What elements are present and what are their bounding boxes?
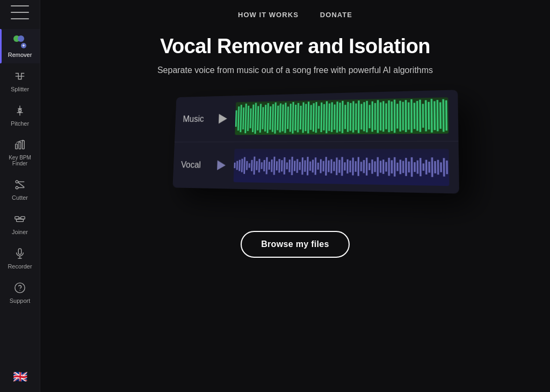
svg-rect-162 bbox=[390, 160, 392, 173]
sidebar-item-label: Splitter bbox=[11, 86, 29, 92]
svg-rect-145 bbox=[344, 162, 345, 170]
svg-rect-140 bbox=[330, 159, 332, 173]
svg-rect-104 bbox=[238, 160, 240, 171]
main-content: HOW IT WORKS DONATE Vocal Remover and Is… bbox=[40, 0, 550, 392]
svg-rect-87 bbox=[404, 100, 406, 132]
browse-files-button[interactable]: Browse my files bbox=[241, 231, 350, 258]
sidebar-item-splitter[interactable]: Splitter bbox=[0, 63, 40, 98]
svg-rect-92 bbox=[419, 100, 421, 132]
svg-rect-96 bbox=[430, 99, 432, 133]
sidebar: + Remover Splitter Pitcher bbox=[0, 0, 40, 392]
sidebar-item-support[interactable]: Support bbox=[0, 275, 40, 309]
svg-rect-7 bbox=[23, 141, 25, 149]
svg-rect-169 bbox=[410, 157, 412, 177]
svg-rect-156 bbox=[374, 161, 375, 172]
svg-rect-73 bbox=[366, 101, 367, 133]
hero-section: Vocal Remover and Isolation Separate voi… bbox=[40, 24, 550, 258]
sidebar-item-pitcher[interactable]: Pitcher bbox=[0, 98, 40, 132]
svg-rect-144 bbox=[341, 157, 343, 176]
svg-rect-136 bbox=[320, 159, 321, 173]
svg-rect-174 bbox=[425, 160, 426, 175]
sidebar-item-keybpm[interactable]: Key BPM Finder bbox=[0, 132, 40, 172]
svg-rect-152 bbox=[363, 160, 364, 173]
waveform-visualization: Music bbox=[153, 91, 438, 204]
play-icon bbox=[217, 160, 226, 170]
svg-rect-133 bbox=[312, 159, 313, 172]
svg-rect-170 bbox=[414, 162, 415, 172]
sidebar-item-label: Key BPM Finder bbox=[3, 155, 37, 166]
svg-rect-68 bbox=[352, 101, 354, 132]
svg-rect-149 bbox=[354, 161, 356, 172]
svg-point-21 bbox=[19, 290, 20, 291]
svg-rect-180 bbox=[443, 158, 445, 176]
sidebar-item-joiner[interactable]: Joiner bbox=[0, 206, 40, 241]
svg-rect-178 bbox=[437, 160, 439, 175]
svg-rect-81 bbox=[388, 100, 389, 132]
svg-rect-16 bbox=[17, 219, 24, 222]
svg-rect-83 bbox=[393, 100, 395, 133]
svg-rect-53 bbox=[312, 103, 314, 132]
svg-rect-153 bbox=[366, 158, 367, 176]
svg-rect-72 bbox=[363, 102, 365, 131]
vocal-track-row: Vocal bbox=[172, 142, 459, 194]
svg-rect-168 bbox=[408, 162, 409, 172]
svg-rect-38 bbox=[274, 103, 276, 134]
sidebar-item-label: Support bbox=[10, 297, 31, 304]
svg-rect-54 bbox=[315, 102, 317, 133]
svg-rect-161 bbox=[388, 158, 389, 176]
sidebar-item-label: Recorder bbox=[8, 263, 32, 270]
hero-title: Vocal Remover and Isolation bbox=[160, 35, 430, 58]
svg-rect-70 bbox=[358, 100, 359, 133]
nav-how-it-works[interactable]: HOW IT WORKS bbox=[238, 11, 299, 19]
svg-rect-49 bbox=[302, 103, 304, 133]
svg-rect-99 bbox=[439, 102, 442, 128]
svg-rect-159 bbox=[382, 159, 384, 174]
sidebar-item-recorder[interactable]: Recorder bbox=[0, 241, 40, 275]
svg-rect-78 bbox=[380, 103, 381, 130]
svg-rect-36 bbox=[269, 106, 271, 130]
nav-donate[interactable]: DONATE bbox=[320, 11, 352, 19]
joiner-icon bbox=[12, 212, 27, 227]
svg-rect-43 bbox=[287, 106, 289, 129]
svg-rect-138 bbox=[325, 157, 327, 176]
svg-rect-101 bbox=[445, 100, 447, 130]
menu-icon[interactable] bbox=[11, 5, 29, 19]
svg-rect-66 bbox=[346, 102, 348, 132]
svg-rect-28 bbox=[249, 108, 251, 128]
svg-rect-40 bbox=[279, 104, 281, 133]
svg-rect-27 bbox=[247, 106, 249, 131]
svg-rect-155 bbox=[371, 159, 373, 174]
svg-rect-58 bbox=[325, 101, 328, 133]
cutter-icon bbox=[12, 177, 27, 192]
svg-rect-82 bbox=[390, 101, 392, 131]
sidebar-item-remover[interactable]: + Remover bbox=[0, 29, 40, 63]
svg-rect-52 bbox=[310, 105, 312, 130]
vocal-play-button[interactable] bbox=[214, 157, 229, 173]
svg-rect-164 bbox=[396, 163, 398, 171]
svg-rect-97 bbox=[433, 101, 436, 130]
music-play-button[interactable] bbox=[215, 111, 230, 127]
svg-rect-59 bbox=[328, 104, 330, 131]
language-selector[interactable]: 🇬🇧 bbox=[13, 370, 27, 384]
svg-rect-63 bbox=[339, 103, 341, 132]
svg-rect-46 bbox=[294, 105, 296, 130]
svg-rect-41 bbox=[281, 104, 284, 131]
sidebar-item-label: Pitcher bbox=[11, 120, 29, 127]
svg-rect-179 bbox=[440, 162, 442, 172]
svg-rect-113 bbox=[260, 162, 262, 169]
svg-rect-122 bbox=[283, 157, 285, 175]
svg-rect-105 bbox=[241, 159, 242, 172]
svg-rect-128 bbox=[299, 162, 300, 170]
svg-rect-62 bbox=[336, 101, 338, 133]
svg-rect-64 bbox=[341, 101, 343, 133]
sidebar-item-cutter[interactable]: Cutter bbox=[0, 172, 40, 206]
svg-rect-26 bbox=[244, 104, 247, 133]
svg-rect-94 bbox=[425, 100, 427, 132]
svg-rect-157 bbox=[377, 157, 378, 177]
recorder-icon bbox=[12, 246, 27, 261]
svg-rect-76 bbox=[374, 103, 375, 130]
svg-rect-56 bbox=[320, 103, 322, 132]
svg-rect-100 bbox=[442, 99, 444, 132]
svg-rect-107 bbox=[246, 161, 248, 170]
svg-rect-176 bbox=[431, 157, 433, 177]
